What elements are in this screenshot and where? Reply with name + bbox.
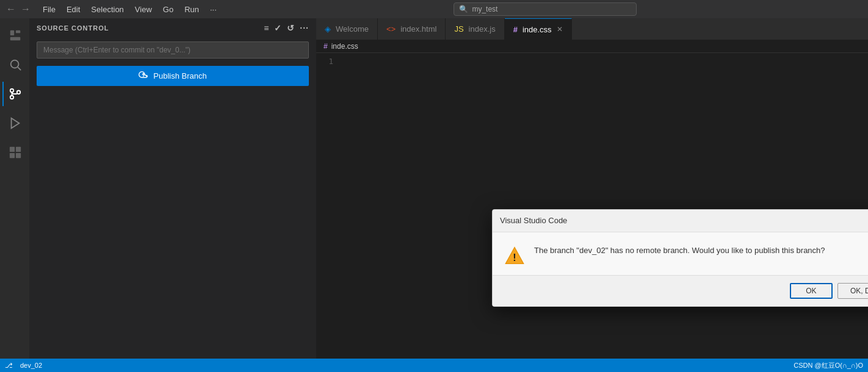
menu-more[interactable]: ··· [210, 5, 217, 14]
commit-message-input[interactable] [37, 41, 309, 59]
publish-branch-label: Publish Branch [153, 71, 206, 80]
svg-rect-12 [16, 153, 21, 158]
line-number-1: 1 [316, 55, 333, 68]
refresh-icon[interactable]: ↺ [287, 23, 295, 33]
activity-source-control[interactable] [2, 82, 27, 106]
editor-lines: 1 [316, 53, 868, 68]
back-button[interactable]: ← [6, 4, 16, 15]
dialog-ok-dont-ask-button[interactable]: OK, Don't Ask Again [837, 283, 868, 299]
svg-text:!: ! [513, 252, 516, 263]
search-area: 🔍 my_test [229, 2, 862, 16]
warning-icon: ! [505, 246, 524, 265]
css-icon: # [513, 25, 518, 34]
activity-search[interactable] [2, 52, 27, 77]
svg-line-4 [18, 67, 21, 70]
sidebar-actions: ≡ ✓ ↺ ··· [264, 23, 309, 33]
publish-cloud-icon [139, 70, 148, 82]
line-content[interactable] [341, 55, 868, 68]
svg-marker-8 [12, 118, 20, 129]
line-1-content [341, 55, 868, 68]
dialog-body: ! The branch "dev_02" has no remote bran… [493, 232, 868, 275]
menu-file[interactable]: File [43, 5, 56, 14]
tab-inde-css[interactable]: # inde.css ✕ [505, 18, 572, 40]
main-area: SOURCE CONTROL ≡ ✓ ↺ ··· Publish Branch … [0, 18, 868, 359]
branch-name: dev_02 [20, 362, 42, 369]
tab-index-js[interactable]: JS index.js [446, 18, 504, 40]
breadcrumb: # inde.css [316, 40, 868, 53]
source-control-header: SOURCE CONTROL ≡ ✓ ↺ ··· [29, 18, 316, 38]
svg-point-3 [11, 60, 19, 68]
search-text: my_test [472, 5, 497, 13]
nav-arrows: ← → [6, 4, 31, 15]
tab-index-js-label: index.js [469, 24, 496, 34]
search-box[interactable]: 🔍 my_test [454, 2, 637, 16]
activity-debug[interactable] [2, 111, 27, 135]
menu-run[interactable]: Run [184, 5, 199, 14]
breadcrumb-filename: inde.css [331, 42, 358, 51]
welcome-icon: ◈ [325, 24, 331, 34]
tab-welcome[interactable]: ◈ Welcome [316, 18, 378, 40]
dialog-footer: OK OK, Don't Ask Again Cancel [493, 275, 868, 306]
activity-extensions[interactable] [2, 140, 27, 165]
sidebar: SOURCE CONTROL ≡ ✓ ↺ ··· Publish Branch [29, 18, 316, 359]
statusbar-left: ⎇ dev_02 [5, 362, 42, 370]
dialog-message: The branch "dev_02" has no remote branch… [534, 245, 868, 257]
breadcrumb-css-icon: # [324, 42, 328, 51]
menu-go[interactable]: Go [163, 5, 173, 14]
svg-rect-9 [10, 147, 15, 152]
statusbar-user-text: CSDN @红豆O(∩_∩)O [794, 362, 863, 369]
tab-inde-css-label: inde.css [523, 25, 552, 34]
dialog-titlebar: Visual Studio Code ✕ [493, 210, 868, 232]
publish-branch-button[interactable]: Publish Branch [37, 66, 309, 86]
checkmark-icon[interactable]: ✓ [274, 23, 282, 33]
menu-view[interactable]: View [135, 5, 152, 14]
svg-rect-0 [10, 30, 14, 35]
svg-rect-2 [10, 37, 21, 41]
forward-button[interactable]: → [21, 4, 31, 15]
menu-selection[interactable]: Selection [91, 5, 123, 14]
dialog-title: Visual Studio Code [500, 216, 567, 225]
dialog-ok-button[interactable]: OK [790, 283, 833, 299]
tab-index-html-label: index.html [400, 24, 436, 34]
svg-rect-10 [16, 147, 21, 152]
tab-close-button[interactable]: ✕ [557, 25, 563, 34]
tab-bar: ◈ Welcome <> index.html JS index.js # in… [316, 18, 868, 40]
sidebar-title: SOURCE CONTROL [37, 24, 109, 32]
menu-bar: File Edit Selection View Go Run ··· [43, 5, 217, 14]
activity-bar [0, 18, 29, 359]
svg-rect-11 [10, 153, 15, 158]
js-icon: JS [454, 24, 463, 34]
changes-icon[interactable]: ≡ [264, 23, 269, 33]
titlebar: ← → File Edit Selection View Go Run ··· … [0, 0, 868, 18]
svg-point-7 [17, 91, 21, 95]
tab-welcome-label: Welcome [336, 24, 369, 34]
line-numbers: 1 [316, 55, 341, 68]
dialog: Visual Studio Code ✕ ! The branch "dev_0… [492, 209, 868, 307]
tab-index-html[interactable]: <> index.html [378, 18, 446, 40]
svg-rect-1 [16, 30, 20, 34]
editor-area: ◈ Welcome <> index.html JS index.js # in… [316, 18, 868, 359]
menu-edit[interactable]: Edit [67, 5, 80, 14]
statusbar-right: CSDN @红豆O(∩_∩)O [794, 361, 863, 370]
statusbar: ⎇ dev_02 CSDN @红豆O(∩_∩)O [0, 359, 868, 372]
activity-explorer[interactable] [2, 23, 27, 48]
search-icon: 🔍 [459, 5, 468, 13]
more-actions-icon[interactable]: ··· [300, 23, 309, 33]
editor-content: # inde.css 1 Visual Studio Code ✕ [316, 40, 868, 359]
html-icon: <> [386, 24, 396, 34]
svg-point-6 [10, 96, 14, 99]
svg-point-5 [10, 89, 14, 93]
branch-icon: ⎇ [5, 362, 13, 370]
